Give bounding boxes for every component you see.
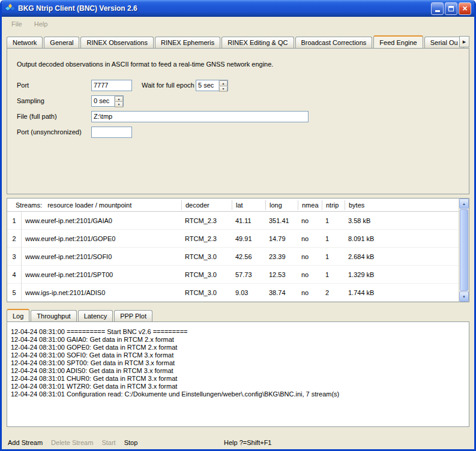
stream-lat: 57.73 [232, 271, 265, 278]
header-nmea: nmea [298, 200, 322, 210]
titlebar[interactable]: BKG Ntrip Client (BNC) Version 2.6 ✕ [2, 0, 474, 17]
stream-long: 14.79 [265, 235, 298, 242]
scrollbar-up-button[interactable]: ▲ [459, 199, 469, 209]
stream-row[interactable]: 5 www.igs-ip.net:2101/ADIS0 RTCM_3.0 9.0… [7, 284, 459, 302]
spin-down-icon[interactable]: ▼ [115, 102, 123, 107]
wait-epoch-spinner[interactable]: 5 sec ▲ ▼ [196, 80, 228, 91]
delete-stream-button[interactable]: Delete Stream [51, 439, 93, 446]
sampling-value: 0 sec [92, 96, 114, 106]
log-line: 12-04-24 08:31:00 SOFI0: Get data in RTC… [11, 351, 465, 359]
stream-mountpoint: www.euref-ip.net:2101/SOFI0 [22, 253, 181, 260]
log-line: 12-04-24 08:31:01 CHUR0: Get data in RTC… [11, 375, 465, 383]
streams-header-row: Streams: resource loader / mountpoint de… [7, 199, 459, 212]
port-unsync-input[interactable] [91, 127, 132, 138]
close-button[interactable]: ✕ [459, 2, 471, 15]
stream-row[interactable]: 3 www.euref-ip.net:2101/SOFI0 RTCM_3.0 4… [7, 248, 459, 266]
stream-lat: 9.03 [232, 289, 265, 296]
minimize-icon [435, 10, 440, 12]
tab-rinex-ephemeris[interactable]: RINEX Ephemeris [155, 37, 220, 48]
stream-nmea: no [298, 271, 322, 278]
stream-bytes: 2.684 kB [345, 253, 459, 260]
stream-bytes: 1.744 kB [345, 289, 459, 296]
stream-decoder: RTCM_3.0 [181, 289, 232, 296]
tab-serial-output[interactable]: Serial Ou [424, 37, 464, 48]
row-number: 5 [7, 284, 22, 302]
vertical-scrollbar[interactable]: ▲ ▼ [459, 199, 469, 302]
menu-help[interactable]: Help [29, 19, 53, 29]
stream-row[interactable]: 4 www.euref-ip.net:2101/SPT00 RTCM_3.0 5… [7, 266, 459, 284]
stream-nmea: no [298, 217, 322, 224]
tab-network[interactable]: Network [7, 37, 43, 48]
stream-lat: 49.91 [232, 235, 265, 242]
stream-lat: 41.11 [232, 217, 265, 224]
tab-rinex-editing-qc[interactable]: RINEX Editing & QC [221, 37, 294, 48]
tab-rinex-observations[interactable]: RINEX Observations [80, 37, 153, 48]
log-line: 12-04-24 08:31:00 ADIS0: Get data in RTC… [11, 367, 465, 375]
stream-long: 351.41 [265, 217, 298, 224]
header-bytes: bytes [345, 200, 459, 210]
stream-mountpoint: www.euref-ip.net:2101/GOPE0 [22, 235, 181, 242]
port-unsync-label: Port (unsynchronized) [17, 128, 91, 136]
stream-lat: 42.56 [232, 253, 265, 260]
client-area: Network General RINEX Observations RINEX… [2, 31, 474, 450]
log-line: 12-04-24 08:31:00 ========== Start BNC v… [11, 328, 465, 336]
file-path-label: File (full path) [17, 113, 91, 120]
stream-decoder: RTCM_2.3 [181, 217, 232, 224]
spin-up-icon[interactable]: ▲ [115, 96, 123, 102]
tab-general[interactable]: General [44, 37, 79, 48]
stream-row[interactable]: 1 www.euref-ip.net:2101/GAIA0 RTCM_2.3 4… [7, 212, 459, 230]
log-line: 12-04-24 08:31:01 Configuration read: C:… [11, 390, 465, 398]
stream-bytes: 8.091 kB [345, 235, 459, 242]
header-lat: lat [232, 200, 265, 210]
window-title: BKG Ntrip Client (BNC) Version 2.6 [18, 4, 431, 13]
stream-nmea: no [298, 235, 322, 242]
main-tabbar: Network General RINEX Observations RINEX… [7, 35, 469, 48]
app-icon[interactable] [5, 4, 15, 13]
menu-file[interactable]: File [7, 19, 27, 29]
stream-long: 12.53 [265, 271, 298, 278]
tab-latency[interactable]: Latency [78, 310, 113, 321]
row-number: 4 [7, 266, 22, 284]
stream-decoder: RTCM_3.0 [181, 253, 232, 260]
stream-bytes: 3.58 kB [345, 217, 459, 224]
stop-button[interactable]: Stop [124, 439, 138, 446]
stream-nmea: no [298, 253, 322, 260]
maximize-icon [448, 6, 454, 11]
feed-engine-form: Port Wait for full epoch 5 sec ▲ ▼ Sampl… [7, 77, 469, 140]
tab-feed-engine[interactable]: Feed Engine [373, 35, 423, 48]
scrollbar-thumb[interactable] [460, 209, 468, 291]
stream-long: 23.39 [265, 253, 298, 260]
row-number: 2 [7, 230, 22, 248]
tab-log[interactable]: Log [7, 309, 29, 321]
stream-ntrip: 1 [322, 271, 345, 278]
tab-ppp-plot[interactable]: PPP Plot [114, 310, 152, 321]
header-ntrip: ntrip [322, 200, 345, 210]
statusbar: Add Stream Delete Stream Start Stop Help… [7, 435, 469, 450]
stream-mountpoint: www.igs-ip.net:2101/ADIS0 [22, 289, 181, 296]
sampling-label: Sampling [17, 97, 91, 104]
stream-mountpoint: www.euref-ip.net:2101/SPT00 [22, 271, 181, 278]
tab-scroll-right-button[interactable]: ▶ [459, 36, 469, 47]
stream-ntrip: 1 [322, 217, 345, 224]
panel-description: Output decoded observations in ASCII for… [7, 49, 469, 68]
tab-broadcast-corrections[interactable]: Broadcast Corrections [295, 37, 373, 48]
spin-up-icon[interactable]: ▲ [219, 80, 227, 86]
start-button[interactable]: Start [101, 439, 115, 446]
spin-down-icon[interactable]: ▼ [219, 86, 227, 92]
stream-decoder: RTCM_3.0 [181, 271, 232, 278]
sampling-spinner[interactable]: 0 sec ▲ ▼ [91, 95, 124, 107]
log-line: 12-04-24 08:31:00 GOPE0: Get data in RTC… [11, 344, 465, 351]
menubar: File Help [2, 17, 474, 31]
maximize-button[interactable] [445, 2, 457, 15]
stream-row[interactable]: 2 www.euref-ip.net:2101/GOPE0 RTCM_2.3 4… [7, 230, 459, 248]
add-stream-button[interactable]: Add Stream [8, 439, 43, 446]
tab-throughput[interactable]: Throughput [31, 310, 76, 321]
bottom-tabbar: Log Throughput Latency PPP Plot [7, 308, 469, 321]
log-line: 12-04-24 08:31:00 GAIA0: Get data in RTC… [11, 336, 465, 344]
minimize-button[interactable] [431, 2, 444, 15]
stream-ntrip: 1 [322, 235, 345, 242]
log-output[interactable]: 12-04-24 08:31:00 ========== Start BNC v… [7, 321, 469, 427]
port-input[interactable] [91, 80, 132, 91]
file-path-input[interactable] [91, 111, 309, 122]
scrollbar-down-button[interactable]: ▼ [459, 291, 469, 302]
